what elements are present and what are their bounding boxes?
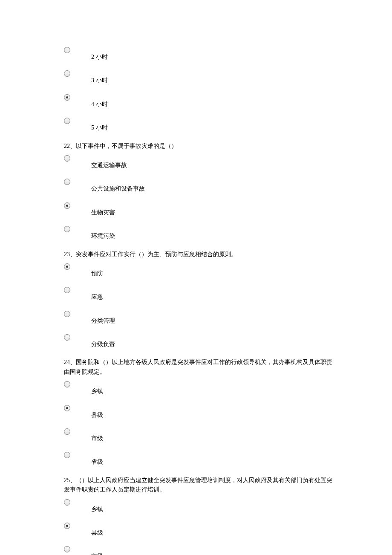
option-label: 乡镇 — [91, 381, 103, 396]
radio-button[interactable] — [64, 179, 70, 185]
radio-cell — [64, 263, 91, 270]
option-row: 交通运输事故 — [64, 155, 337, 170]
radio-button[interactable] — [64, 405, 70, 411]
option-label: 省级 — [91, 452, 103, 467]
question-text: 22、以下事件中，不属于事故灾难的是（） — [64, 142, 337, 151]
option-row: 市级 — [64, 428, 337, 443]
option-row: 公共设施和设备事故 — [64, 179, 337, 194]
question-block-q25: 25、（）以上人民政府应当建立健全突发事件应急管理培训制度，对人民政府及其有关部… — [64, 476, 337, 555]
option-label: 乡镇 — [91, 499, 103, 514]
radio-button[interactable] — [64, 381, 70, 387]
radio-cell — [64, 226, 91, 232]
question-block-q24: 24、国务院和（）以上地方各级人民政府是突发事件应对工作的行政领导机关，其办事机… — [64, 358, 337, 467]
radio-cell — [64, 155, 91, 162]
option-row: 省级 — [64, 452, 337, 467]
radio-button[interactable] — [64, 334, 70, 341]
question-block-q23: 23、突发事件应对工作实行（）为主、预防与应急相结合的原则。预防应急分类管理分级… — [64, 250, 337, 350]
question-block-q22: 22、以下事件中，不属于事故灾难的是（）交通运输事故公共设施和设备事故生物灾害环… — [64, 142, 337, 241]
radio-button[interactable] — [64, 523, 70, 529]
radio-cell — [64, 428, 91, 435]
radio-dot-icon — [66, 266, 68, 268]
option-row: 应急 — [64, 287, 337, 302]
radio-dot-icon — [66, 525, 68, 527]
radio-cell — [64, 311, 91, 317]
radio-button[interactable] — [64, 70, 70, 77]
radio-button[interactable] — [64, 428, 70, 435]
radio-dot-icon — [66, 96, 68, 98]
radio-button[interactable] — [64, 202, 70, 209]
option-label: 环境污染 — [91, 226, 115, 241]
radio-button[interactable] — [64, 263, 70, 270]
radio-cell — [64, 405, 91, 411]
radio-cell — [64, 70, 91, 77]
radio-button[interactable] — [64, 546, 70, 552]
option-row: 乡镇 — [64, 499, 337, 514]
radio-dot-icon — [66, 205, 68, 207]
option-label: 分类管理 — [91, 311, 115, 326]
question-block-q21: 2 小时3 小时4 小时5 小时 — [64, 47, 337, 133]
option-label: 县级 — [91, 523, 103, 538]
questions-container: 2 小时3 小时4 小时5 小时22、以下事件中，不属于事故灾难的是（）交通运输… — [64, 47, 337, 555]
option-label: 5 小时 — [91, 118, 108, 133]
option-row: 预防 — [64, 263, 337, 278]
radio-cell — [64, 287, 91, 293]
option-row: 5 小时 — [64, 118, 337, 133]
radio-cell — [64, 452, 91, 458]
radio-button[interactable] — [64, 94, 70, 101]
option-label: 县级 — [91, 405, 103, 420]
radio-cell — [64, 546, 91, 552]
radio-button[interactable] — [64, 155, 70, 162]
radio-cell — [64, 499, 91, 506]
option-label: 市级 — [91, 546, 103, 555]
option-row: 4 小时 — [64, 94, 337, 109]
question-text: 25、（）以上人民政府应当建立健全突发事件应急管理培训制度，对人民政府及其有关部… — [64, 476, 337, 495]
option-label: 应急 — [91, 287, 103, 302]
radio-button[interactable] — [64, 499, 70, 506]
radio-cell — [64, 179, 91, 185]
option-label: 公共设施和设备事故 — [91, 179, 145, 194]
option-label: 2 小时 — [91, 47, 108, 62]
radio-cell — [64, 47, 91, 53]
radio-cell — [64, 202, 91, 209]
option-row: 县级 — [64, 405, 337, 420]
radio-button[interactable] — [64, 287, 70, 293]
option-label: 预防 — [91, 263, 103, 278]
radio-cell — [64, 334, 91, 341]
option-label: 生物灾害 — [91, 202, 115, 217]
option-row: 市级 — [64, 546, 337, 555]
option-label: 4 小时 — [91, 94, 108, 109]
radio-dot-icon — [66, 407, 68, 409]
option-label: 分级负责 — [91, 334, 115, 349]
option-label: 交通运输事故 — [91, 155, 127, 170]
radio-button[interactable] — [64, 118, 70, 124]
radio-cell — [64, 381, 91, 387]
option-row: 生物灾害 — [64, 202, 337, 217]
option-row: 2 小时 — [64, 47, 337, 62]
option-row: 县级 — [64, 523, 337, 538]
radio-cell — [64, 118, 91, 124]
option-row: 分类管理 — [64, 311, 337, 326]
option-row: 分级负责 — [64, 334, 337, 349]
radio-button[interactable] — [64, 47, 70, 53]
radio-cell — [64, 94, 91, 101]
option-row: 环境污染 — [64, 226, 337, 241]
radio-button[interactable] — [64, 311, 70, 317]
question-text: 23、突发事件应对工作实行（）为主、预防与应急相结合的原则。 — [64, 250, 337, 259]
radio-cell — [64, 523, 91, 529]
option-label: 3 小时 — [91, 70, 108, 85]
option-row: 3 小时 — [64, 70, 337, 85]
radio-button[interactable] — [64, 226, 70, 232]
question-text: 24、国务院和（）以上地方各级人民政府是突发事件应对工作的行政领导机关，其办事机… — [64, 358, 337, 377]
option-row: 乡镇 — [64, 381, 337, 396]
radio-button[interactable] — [64, 452, 70, 458]
option-label: 市级 — [91, 428, 103, 443]
